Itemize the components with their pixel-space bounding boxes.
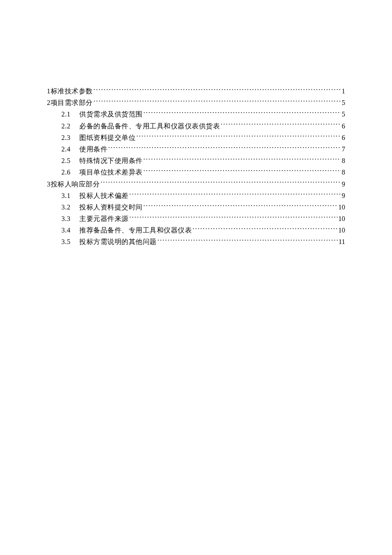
- toc-entry: 3.2 投标人资料提交时间10: [47, 201, 345, 213]
- toc-leader-dots: [158, 237, 338, 244]
- toc-leader-dots: [144, 168, 341, 174]
- toc-entry-title: 项目单位技术差异表: [79, 166, 143, 178]
- toc-leader-dots: [144, 203, 338, 209]
- document-page: 1 标准技术参数12 项目需求部分52.1 供货需求及供货范围52.2 必备的备…: [0, 0, 392, 555]
- toc-entry: 3.5 投标方需说明的其他问题11: [47, 236, 345, 247]
- toc-entry: 2.2 必备的备品备件、专用工具和仪器仪表供货表6: [47, 120, 345, 132]
- toc-entry-number: 2.5: [61, 155, 79, 166]
- toc-entry-number: 2.3: [61, 132, 79, 143]
- toc-entry-number: 2.4: [61, 143, 79, 155]
- table-of-contents: 1 标准技术参数12 项目需求部分52.1 供货需求及供货范围52.2 必备的备…: [47, 85, 345, 248]
- toc-entry-number: 3.4: [61, 224, 79, 236]
- toc-leader-dots: [94, 87, 341, 93]
- toc-entry-title: 使用条件: [79, 143, 107, 155]
- toc-entry-title: 标准技术参数: [51, 85, 93, 97]
- toc-entry-title: 投标人响应部分: [51, 178, 100, 190]
- toc-leader-dots: [144, 110, 341, 116]
- toc-entry: 3.4 推荐备品备件、专用工具和仪器仪表10: [47, 224, 345, 236]
- toc-entry: 2.5 特殊情况下使用条件8: [47, 155, 345, 166]
- toc-entry-title: 特殊情况下使用条件: [79, 155, 143, 166]
- toc-entry-page: 10: [338, 213, 345, 224]
- toc-entry-number: 3.5: [61, 236, 79, 247]
- toc-entry-number: 2.2: [61, 120, 79, 132]
- toc-entry: 2.3 图纸资料提交单位6: [47, 132, 345, 143]
- toc-entry: 2.1 供货需求及供货范围5: [47, 108, 345, 120]
- toc-entry-title: 主要元器件来源: [79, 213, 129, 224]
- toc-entry-number: 3.2: [61, 201, 79, 213]
- toc-entry: 1 标准技术参数1: [47, 85, 345, 97]
- toc-leader-dots: [221, 122, 341, 128]
- toc-entry-page: 8: [342, 166, 345, 178]
- toc-entry-number: 3.3: [61, 213, 79, 224]
- toc-entry-number: 2.6: [61, 166, 79, 178]
- toc-leader-dots: [130, 191, 341, 198]
- toc-leader-dots: [108, 145, 341, 151]
- toc-entry: 2.4 使用条件7: [47, 143, 345, 155]
- toc-entry-page: 7: [342, 143, 345, 155]
- toc-entry-page: 1: [342, 85, 345, 97]
- toc-leader-dots: [193, 226, 337, 232]
- toc-entry-title: 供货需求及供货范围: [79, 108, 143, 120]
- toc-entry-page: 6: [342, 132, 345, 143]
- toc-leader-dots: [144, 156, 341, 163]
- toc-entry: 3.3 主要元器件来源10: [47, 213, 345, 224]
- toc-entry-number: 1: [47, 85, 51, 97]
- toc-entry-page: 5: [342, 108, 345, 120]
- toc-entry-number: 2: [47, 97, 51, 108]
- toc-entry-title: 投标方需说明的其他问题: [79, 236, 157, 247]
- toc-leader-dots: [101, 180, 341, 186]
- toc-entry-title: 推荐备品备件、专用工具和仪器仪表: [79, 224, 192, 236]
- toc-entry-page: 6: [342, 120, 345, 132]
- toc-leader-dots: [130, 214, 338, 221]
- toc-entry-page: 9: [342, 190, 345, 201]
- toc-entry-title: 图纸资料提交单位: [79, 132, 135, 143]
- toc-entry-page: 11: [339, 236, 345, 247]
- toc-entry-title: 投标人技术偏差: [79, 190, 129, 201]
- toc-entry: 2 项目需求部分5: [47, 97, 345, 108]
- toc-leader-dots: [136, 133, 341, 140]
- toc-entry: 3 投标人响应部分9: [47, 178, 345, 190]
- toc-entry-page: 10: [338, 224, 345, 236]
- toc-entry-title: 投标人资料提交时间: [79, 201, 143, 213]
- toc-entry-page: 9: [342, 178, 345, 190]
- toc-leader-dots: [94, 98, 341, 105]
- toc-entry: 3.1 投标人技术偏差9: [47, 190, 345, 201]
- toc-entry-title: 必备的备品备件、专用工具和仪器仪表供货表: [79, 120, 220, 132]
- toc-entry-number: 3.1: [61, 190, 79, 201]
- toc-entry-title: 项目需求部分: [51, 97, 93, 108]
- toc-entry-page: 5: [342, 97, 345, 108]
- toc-entry-number: 2.1: [61, 108, 79, 120]
- toc-entry-page: 10: [338, 201, 345, 213]
- toc-entry: 2.6 项目单位技术差异表8: [47, 166, 345, 178]
- toc-entry-number: 3: [47, 178, 51, 190]
- toc-entry-page: 8: [342, 155, 345, 166]
